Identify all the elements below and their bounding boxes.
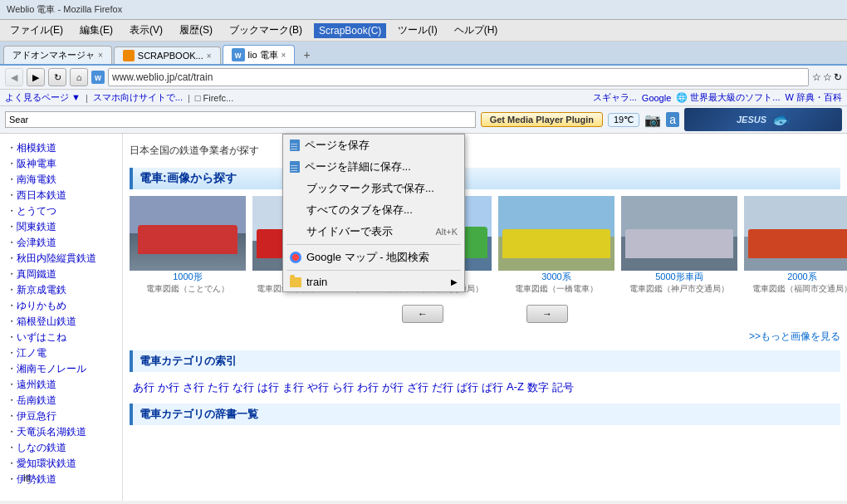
more-images-link[interactable]: >>もっと画像を見る bbox=[130, 330, 840, 344]
train-name-5[interactable]: 2000系 bbox=[744, 271, 847, 283]
sidebar-link-kanto[interactable]: 関東鉄道 bbox=[3, 219, 119, 235]
sidebar-link-tenryu[interactable]: 天竜浜名湖鉄道 bbox=[3, 424, 119, 440]
bookmark-star-icon[interactable]: ☆ bbox=[812, 71, 821, 83]
menu-file[interactable]: ファイル(E) bbox=[5, 22, 68, 39]
browser-menubar: ファイル(E) 編集(E) 表示(V) 履歴(S) ブックマーク(B) Scra… bbox=[0, 20, 847, 42]
bookmark-dict[interactable]: W 辞典・百科 bbox=[786, 91, 842, 104]
train-name-0[interactable]: 1000形 bbox=[130, 271, 246, 283]
train-name-4[interactable]: 5000形車両 bbox=[621, 271, 737, 283]
sidebar-link-mooka[interactable]: 真岡鐵道 bbox=[3, 267, 119, 282]
menu-edit[interactable]: 編集(E) bbox=[75, 22, 118, 39]
cat-ha[interactable]: は行 bbox=[257, 380, 279, 395]
cat-ra[interactable]: ら行 bbox=[332, 380, 354, 395]
category-header: 電車カテゴリの索引 bbox=[130, 350, 840, 372]
scrapbook-icon bbox=[123, 50, 135, 61]
prev-arrow-button[interactable]: ← bbox=[402, 305, 443, 323]
ctx-save-page-detail[interactable]: ページを詳細に保存... bbox=[283, 156, 464, 178]
cat-da[interactable]: だ行 bbox=[432, 380, 453, 395]
sidebar-link-izuhakone[interactable]: いずはこね bbox=[3, 330, 119, 345]
bookmark-firefox[interactable]: □ Firefc... bbox=[195, 93, 233, 103]
cat-ba[interactable]: ば行 bbox=[457, 380, 478, 395]
ctx-google-maps[interactable]: Google マップ - 地図検索 bbox=[283, 247, 464, 268]
ctx-train-submenu[interactable]: train ▶ bbox=[283, 272, 464, 291]
sidebar-link-akita[interactable]: 秋田内陸縦貫鉄道 bbox=[3, 251, 119, 267]
cat-ga[interactable]: が行 bbox=[382, 380, 404, 395]
sidebar-link-hakone[interactable]: 箱根登山鉄道 bbox=[3, 314, 119, 330]
menu-history[interactable]: 履歴(S) bbox=[174, 22, 218, 39]
forward-button[interactable]: ▶ bbox=[27, 68, 45, 86]
tab-scrapbook[interactable]: SCRAPBOOK... × bbox=[114, 46, 221, 64]
tab-addonmanager-close[interactable]: × bbox=[98, 51, 103, 60]
cat-na[interactable]: な行 bbox=[233, 380, 254, 395]
tab-addonmanager[interactable]: アドオンマネージャ × bbox=[3, 46, 112, 64]
sidebar-link-gakunan[interactable]: 岳南鉄道 bbox=[3, 393, 119, 409]
cat-num[interactable]: 数字 bbox=[527, 380, 549, 395]
train-name-3[interactable]: 3000系 bbox=[498, 271, 614, 283]
ctx-save-all-tabs[interactable]: すべてのタブを保存... bbox=[283, 199, 464, 221]
cat-ka[interactable]: か行 bbox=[158, 380, 179, 395]
cat-za[interactable]: ざ行 bbox=[407, 380, 428, 395]
sidebar-link-aichi-kanjyo[interactable]: 愛知環状鉄道 bbox=[3, 456, 119, 472]
cat-pa[interactable]: ぱ行 bbox=[482, 380, 503, 395]
account-icon[interactable]: a bbox=[666, 112, 679, 127]
sidebar-link-nishitetsu[interactable]: 西日本鉄道 bbox=[3, 188, 119, 203]
bookmark-yoku[interactable]: よく見るページ ▼ bbox=[5, 91, 81, 104]
cat-a[interactable]: あ行 bbox=[133, 380, 154, 395]
sidebar-link-shinano[interactable]: しなの鉄道 bbox=[3, 440, 119, 456]
weather-badge: 19℃ bbox=[608, 113, 639, 127]
refresh-icon[interactable]: ↻ bbox=[834, 71, 842, 83]
menu-scrapbook[interactable]: ScrapBook(C) bbox=[314, 23, 386, 38]
sidebar-link-enoden[interactable]: 江ノ電 bbox=[3, 345, 119, 361]
bookmark-sumafo[interactable]: スマホ向けサイトで... bbox=[93, 91, 183, 104]
tab-scrapbook-close[interactable]: × bbox=[207, 51, 212, 61]
home-button[interactable]: ⌂ bbox=[70, 68, 88, 86]
sidebar-link-izu-kyu[interactable]: 伊豆急行 bbox=[3, 409, 119, 424]
sidebar-link-nankai[interactable]: 南海電鉄 bbox=[3, 172, 119, 188]
sidebar-link-shonan-mono[interactable]: 湘南モノレール bbox=[3, 361, 119, 377]
camera-icon: 📷 bbox=[644, 112, 661, 128]
cat-az[interactable]: A-Z bbox=[507, 380, 524, 395]
tab-weblio-close[interactable]: × bbox=[282, 51, 286, 60]
sidebar-link-sagami[interactable]: 相模鉄道 bbox=[3, 140, 119, 156]
train-item-0: 1000形 電車図鑑（ことでん） bbox=[130, 196, 246, 295]
bookmark-world[interactable]: 🌐 世界最大級のソフト... bbox=[676, 91, 780, 104]
bookmark-star2-icon[interactable]: ☆ bbox=[823, 71, 832, 83]
menu-tools[interactable]: ツール(I) bbox=[393, 22, 442, 39]
sidebar-link-shin-keisei[interactable]: 新京成電鉄 bbox=[3, 282, 119, 298]
cat-symbol[interactable]: 記号 bbox=[552, 380, 574, 395]
cat-ta[interactable]: た行 bbox=[208, 380, 229, 395]
menu-help[interactable]: ヘルプ(H) bbox=[449, 22, 503, 39]
address-bar[interactable]: www.weblio.jp/cat/train bbox=[108, 68, 809, 86]
nav-arrows: ← → bbox=[130, 305, 840, 323]
bookmark-google[interactable]: Google bbox=[642, 93, 671, 103]
ctx-save-bookmark[interactable]: ブックマーク形式で保存... bbox=[283, 178, 464, 199]
bookmark-sugiyara[interactable]: スギャラ... bbox=[593, 91, 637, 104]
new-tab-button[interactable]: + bbox=[296, 46, 316, 64]
cat-ya[interactable]: や行 bbox=[307, 380, 329, 395]
cat-wa[interactable]: わ行 bbox=[357, 380, 379, 395]
menu-bookmarks[interactable]: ブックマーク(B) bbox=[224, 22, 307, 39]
sidebar: 相模鉄道 阪神電車 南海電鉄 西日本鉄道 とうてつ 関東鉄道 会津鉄道 秋田内陸… bbox=[0, 134, 123, 501]
sidebar-link-totetsu[interactable]: とうてつ bbox=[3, 203, 119, 219]
search-input[interactable] bbox=[5, 111, 476, 128]
tab-weblio[interactable]: w lio 電車 × bbox=[223, 45, 296, 64]
cat-sa[interactable]: さ行 bbox=[183, 380, 204, 395]
dictionary-title: 電車カテゴリの辞書一覧 bbox=[140, 408, 258, 420]
ctx-save-page[interactable]: ページを保存 bbox=[283, 135, 464, 156]
menu-view[interactable]: 表示(V) bbox=[125, 22, 168, 39]
sidebar-link-hanshin[interactable]: 阪神電車 bbox=[3, 156, 119, 172]
main-content: 日本全国の鉄道争業者が探す 電車:画像から探す 1000形 電車図鑑（ことでん）… bbox=[123, 134, 847, 501]
iti-label: iti bbox=[23, 472, 31, 484]
train-item-4: 5000形車両 電車図鑑（神戸市交通局） bbox=[621, 196, 737, 295]
ctx-show-sidebar[interactable]: サイドバーで表示 Alt+K bbox=[283, 221, 464, 242]
sidebar-link-aizu[interactable]: 会津鉄道 bbox=[3, 235, 119, 251]
next-arrow-button[interactable]: → bbox=[526, 305, 568, 323]
back-button[interactable]: ◀ bbox=[5, 68, 23, 86]
sidebar-link-enshu[interactable]: 遠州鉄道 bbox=[3, 377, 119, 393]
cat-ma[interactable]: ま行 bbox=[282, 380, 304, 395]
sidebar-link-yuri[interactable]: ゆりかもめ bbox=[3, 298, 119, 314]
get-media-button[interactable]: Get Media Player Plugin bbox=[481, 112, 603, 127]
browser-titlebar: Weblio 電車 - Mozilla Firefox bbox=[0, 0, 847, 20]
sidebar-link-ise[interactable]: 伊勢鉄道 bbox=[3, 472, 119, 487]
refresh-button[interactable]: ↻ bbox=[48, 68, 66, 86]
